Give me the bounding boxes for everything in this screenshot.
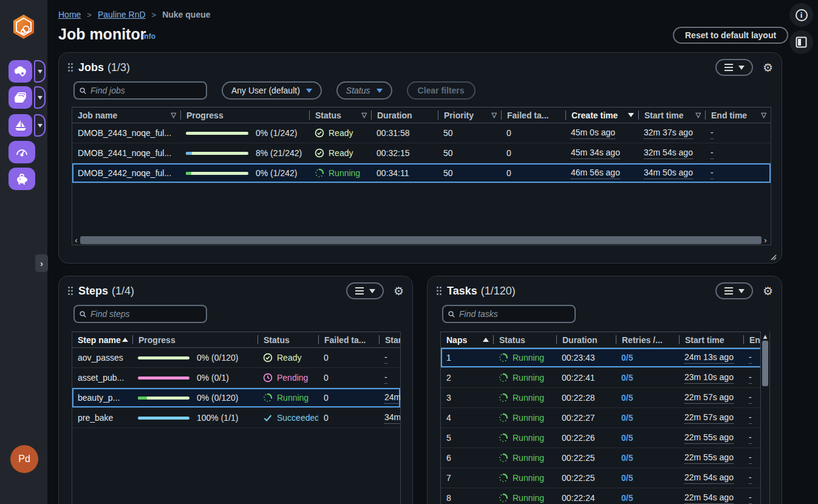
- user-filter-dropdown[interactable]: Any User (default): [222, 81, 322, 100]
- column-header-status[interactable]: Status: [257, 332, 318, 347]
- column-header-job-name[interactable]: Job name▽: [72, 107, 180, 123]
- filter-icon[interactable]: ▽: [171, 111, 176, 119]
- horizontal-scrollbar[interactable]: ‹ ›: [72, 235, 769, 245]
- panel-menu-button[interactable]: [346, 282, 384, 299]
- sidebar-item-farm[interactable]: [9, 60, 32, 83]
- user-avatar[interactable]: Pd: [10, 445, 38, 473]
- retries-link[interactable]: 0/5: [621, 493, 633, 503]
- task-row-selected[interactable]: 1 Running 00:23:43 0/5 24m 13s ago -: [441, 348, 769, 368]
- panel-count: (1/120): [481, 285, 516, 298]
- filter-icon[interactable]: ▽: [696, 111, 701, 119]
- column-header-start-time[interactable]: Start time▽: [638, 107, 705, 123]
- scroll-left-icon[interactable]: ‹: [72, 236, 80, 245]
- caret-down-icon: [738, 66, 745, 70]
- running-spinner-icon: [499, 373, 508, 383]
- step-row[interactable]: pre_bake 100% (1/1) Succeeded 0 34m: [72, 408, 400, 428]
- column-header-status[interactable]: Status▽: [309, 107, 371, 123]
- task-row[interactable]: 7 Running 00:22:25 0/5 22m 54s ago -: [441, 468, 769, 488]
- ready-icon: [315, 128, 324, 138]
- sidebar-item-fleets-expander[interactable]: [34, 114, 46, 137]
- step-row-selected[interactable]: beauty_p... 0% (0/120) Running 0 24m: [72, 388, 400, 408]
- task-row[interactable]: 4 Running 00:22:27 0/5 22m 57s ago -: [441, 408, 769, 428]
- sidebar-item-usage[interactable]: [9, 141, 35, 163]
- column-header-naps[interactable]: Naps: [441, 332, 493, 347]
- gear-icon[interactable]: ⚙: [763, 62, 773, 73]
- column-header-failed-tasks[interactable]: Failed ta...: [318, 332, 379, 347]
- column-header-start-time[interactable]: Start time: [679, 332, 743, 347]
- column-header-duration[interactable]: Duration: [556, 332, 616, 347]
- column-header-start-time[interactable]: Start time: [379, 332, 401, 347]
- vertical-scrollbar[interactable]: ▲: [760, 332, 769, 504]
- step-row[interactable]: asset_pub... 0% (0/1) Pending 0 -: [72, 368, 400, 388]
- retries-link[interactable]: 0/5: [621, 433, 633, 443]
- scroll-up-icon[interactable]: ▲: [761, 332, 769, 341]
- column-header-step-name[interactable]: Step name: [72, 332, 132, 347]
- column-header-priority[interactable]: Priority▽: [438, 107, 501, 123]
- tasks-search-input[interactable]: [459, 309, 570, 319]
- sidebar-item-queues-expander[interactable]: [34, 86, 46, 109]
- panel-menu-button[interactable]: [715, 282, 753, 299]
- sidebar-item-farm-expander[interactable]: [34, 60, 46, 83]
- filter-icon[interactable]: ▽: [762, 111, 766, 119]
- job-row[interactable]: DMOB_2441_noqe_ful... 8% (21/242) Ready …: [72, 143, 771, 163]
- help-panel-button[interactable]: i: [789, 3, 813, 27]
- job-row-selected[interactable]: DMOB_2442_noqe_ful... 0% (1/242) Running…: [72, 163, 771, 183]
- job-row[interactable]: DMOB_2443_noqe_ful... 0% (1/242) Ready 0…: [72, 123, 771, 143]
- fleet-boat-icon: [13, 118, 28, 133]
- gear-icon[interactable]: ⚙: [763, 285, 773, 297]
- column-header-retries[interactable]: Retries /...: [616, 332, 679, 347]
- steps-panel: Steps (1/4) ⚙ Step name Progress Status …: [58, 276, 413, 504]
- split-panel-button[interactable]: [789, 30, 813, 54]
- filter-icon[interactable]: ▽: [492, 111, 497, 119]
- retries-link[interactable]: 0/5: [621, 473, 633, 483]
- column-header-progress[interactable]: Progress: [132, 332, 257, 347]
- panel-resize-handle[interactable]: [768, 252, 777, 261]
- task-row[interactable]: 5 Running 00:22:26 0/5 22m 55s ago -: [441, 428, 769, 448]
- status-badge: Running: [493, 353, 556, 363]
- task-row[interactable]: 8 Running 00:22:24 0/5 22m 54s ago -: [441, 488, 769, 504]
- column-header-end-time[interactable]: End time▽: [705, 107, 771, 123]
- step-row[interactable]: aov_passes 0% (0/120) Ready 0 -: [72, 348, 400, 368]
- scroll-right-icon[interactable]: ›: [762, 236, 769, 245]
- panel-menu-button[interactable]: [715, 59, 753, 76]
- retries-link[interactable]: 0/5: [621, 353, 633, 363]
- status-filter-dropdown[interactable]: Status: [336, 81, 392, 100]
- retries-link[interactable]: 0/5: [621, 453, 633, 463]
- ready-icon: [315, 148, 324, 158]
- status-badge: Ready: [257, 353, 318, 363]
- caret-down-icon: [38, 70, 43, 73]
- running-spinner-icon: [499, 473, 508, 483]
- task-row[interactable]: 2 Running 00:22:41 0/5 23m 10s ago -: [441, 368, 769, 388]
- column-header-failed-tasks[interactable]: Failed ta...: [501, 107, 565, 123]
- retries-link[interactable]: 0/5: [621, 393, 633, 403]
- info-link[interactable]: Info: [142, 32, 155, 41]
- running-spinner-icon: [499, 353, 508, 363]
- retries-link[interactable]: 0/5: [621, 413, 633, 423]
- running-spinner-icon: [499, 393, 508, 403]
- filter-icon[interactable]: ▽: [362, 111, 367, 119]
- column-header-progress[interactable]: Progress: [180, 107, 309, 123]
- retries-link[interactable]: 0/5: [621, 373, 633, 383]
- jobs-search-input[interactable]: [90, 86, 201, 95]
- sidebar-expand-button[interactable]: ›: [35, 254, 48, 272]
- task-row[interactable]: 3 Running 00:22:28 0/5 22m 57s ago -: [441, 388, 769, 408]
- column-header-duration[interactable]: Duration: [371, 107, 438, 123]
- budget-piggy-bank-icon: [15, 172, 29, 186]
- breadcrumb-farm[interactable]: Pauline RnD: [98, 10, 146, 19]
- status-badge: Ready: [309, 148, 371, 158]
- steps-search-input[interactable]: [90, 309, 201, 319]
- breadcrumb-home[interactable]: Home: [58, 10, 81, 19]
- column-header-create-time[interactable]: Create time: [565, 107, 638, 123]
- task-row[interactable]: 6 Running 00:22:25 0/5 22m 55s ago -: [441, 448, 769, 468]
- reset-layout-button[interactable]: Reset to default layout: [673, 27, 788, 44]
- sidebar-item-budgets[interactable]: [9, 168, 35, 190]
- column-header-status[interactable]: Status: [493, 332, 556, 347]
- scrollbar-thumb[interactable]: [80, 236, 762, 244]
- sidebar-item-queues[interactable]: [9, 86, 32, 109]
- drag-handle-icon[interactable]: [67, 286, 73, 296]
- scrollbar-thumb[interactable]: [762, 341, 768, 386]
- gear-icon[interactable]: ⚙: [394, 285, 404, 297]
- drag-handle-icon[interactable]: [436, 286, 442, 296]
- drag-handle-icon[interactable]: [67, 63, 73, 72]
- sidebar-item-fleets[interactable]: [9, 114, 32, 137]
